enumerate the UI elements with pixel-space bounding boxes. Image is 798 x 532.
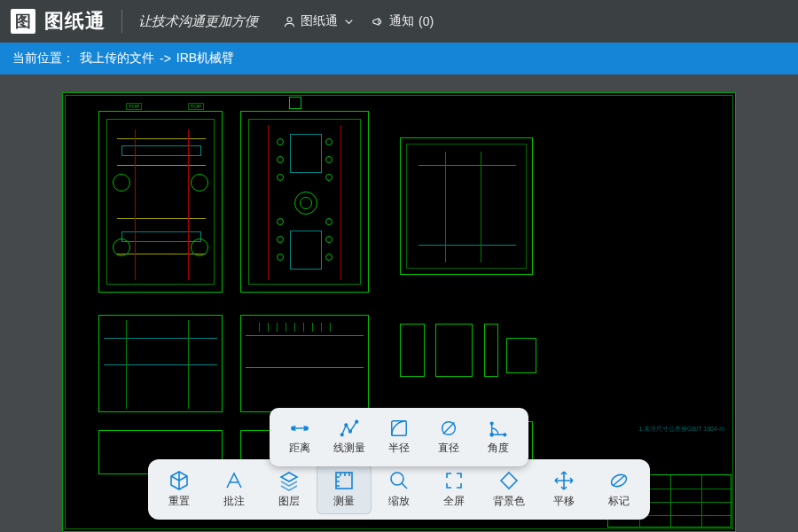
svg-point-11 — [490, 434, 493, 436]
tool-layers[interactable]: 图层 — [262, 465, 317, 514]
zoom-icon — [388, 470, 410, 491]
tool-label: 距离 — [289, 441, 310, 456]
tool-label: 全屏 — [443, 494, 465, 509]
svg-point-6 — [349, 430, 352, 433]
svg-point-12 — [490, 422, 493, 425]
tool-label: 重置 — [168, 494, 190, 509]
tool-label: 缩放 — [388, 494, 410, 509]
tool-label: 直径 — [438, 441, 459, 456]
tool-reset[interactable]: 重置 — [152, 465, 207, 514]
tagline: 让技术沟通更加方便 — [138, 13, 258, 30]
tool-label: 标记 — [608, 494, 630, 509]
tool-bgcolor[interactable]: 背景色 — [481, 465, 536, 514]
tag-icon — [608, 470, 630, 491]
breadcrumb: 当前位置： 我上传的文件 -> IRB机械臂 — [0, 43, 798, 74]
svg-point-5 — [345, 424, 348, 426]
breadcrumb-link-uploads[interactable]: 我上传的文件 — [80, 51, 154, 66]
svg-line-16 — [402, 483, 407, 489]
tool-label: 平移 — [553, 494, 575, 509]
text-icon — [223, 470, 245, 491]
breadcrumb-link-file[interactable]: IRB机械臂 — [176, 51, 234, 66]
megaphone-icon — [372, 15, 385, 28]
layers-icon — [278, 470, 300, 491]
cad-top-label: TOP — [188, 103, 204, 110]
svg-line-10 — [443, 423, 455, 434]
svg-point-0 — [287, 17, 292, 21]
logo-icon: 图 — [11, 9, 35, 34]
svg-point-7 — [356, 420, 358, 423]
measure-submenu: 距离 线测量 半径 直径 角度 — [270, 408, 528, 466]
notify-label: 通知 — [389, 13, 414, 29]
svg-point-15 — [391, 473, 403, 485]
tool-measure[interactable]: 测量 — [317, 465, 372, 514]
tool-zoom[interactable]: 缩放 — [372, 465, 426, 514]
tool-annotate[interactable]: 批注 — [207, 465, 262, 514]
main-toolbar: 重置 批注 图层 测量 缩放 全屏 背景色 平移 — [148, 459, 650, 520]
user-menu[interactable]: 图纸通 — [283, 13, 356, 29]
tool-label: 角度 — [488, 441, 509, 456]
svg-point-4 — [340, 434, 343, 436]
tool-label: 背景色 — [493, 494, 525, 509]
angle-icon — [489, 419, 508, 438]
distance-icon — [290, 419, 309, 438]
polyline-icon — [340, 419, 359, 438]
breadcrumb-prefix: 当前位置： — [12, 51, 74, 66]
svg-point-13 — [504, 434, 506, 436]
user-label: 图纸通 — [301, 13, 338, 29]
canvas-area: TOP TOP — [0, 74, 798, 532]
logo-text: 图纸通 — [44, 8, 106, 35]
tool-pan[interactable]: 平移 — [536, 465, 591, 514]
tool-mark[interactable]: 标记 — [591, 465, 646, 514]
diameter-icon — [439, 419, 458, 438]
cad-note: 1.未注尺寸公差按GB/T 1804-m — [638, 425, 724, 434]
tool-label: 批注 — [223, 494, 245, 509]
notifications[interactable]: 通知 (0) — [372, 13, 434, 29]
chevron-down-icon — [342, 15, 356, 28]
tool-radius[interactable]: 半径 — [374, 415, 424, 459]
breadcrumb-sep: -> — [160, 51, 171, 66]
ruler-icon — [333, 470, 355, 491]
cad-top-label: TOP — [126, 103, 142, 110]
tool-distance[interactable]: 距离 — [275, 415, 325, 459]
header-actions: 图纸通 通知 (0) — [283, 13, 434, 29]
diamond-icon — [498, 470, 520, 491]
move-icon — [553, 470, 575, 491]
notify-count: (0) — [419, 14, 434, 28]
user-icon — [283, 15, 296, 28]
tool-fullscreen[interactable]: 全屏 — [426, 465, 481, 514]
cube-icon — [168, 470, 190, 491]
tool-label: 线测量 — [333, 441, 365, 456]
tool-label: 半径 — [388, 441, 410, 456]
tool-polyline[interactable]: 线测量 — [325, 415, 374, 459]
app-header: 图 图纸通 让技术沟通更加方便 图纸通 通知 (0) — [0, 0, 798, 43]
tool-label: 图层 — [278, 494, 300, 509]
fullscreen-icon — [443, 470, 465, 491]
tool-diameter[interactable]: 直径 — [424, 415, 473, 459]
tool-angle[interactable]: 角度 — [473, 415, 523, 459]
radius-icon — [389, 419, 409, 438]
divider — [121, 10, 122, 33]
logo[interactable]: 图 图纸通 — [11, 8, 106, 35]
tool-label: 测量 — [333, 494, 355, 509]
